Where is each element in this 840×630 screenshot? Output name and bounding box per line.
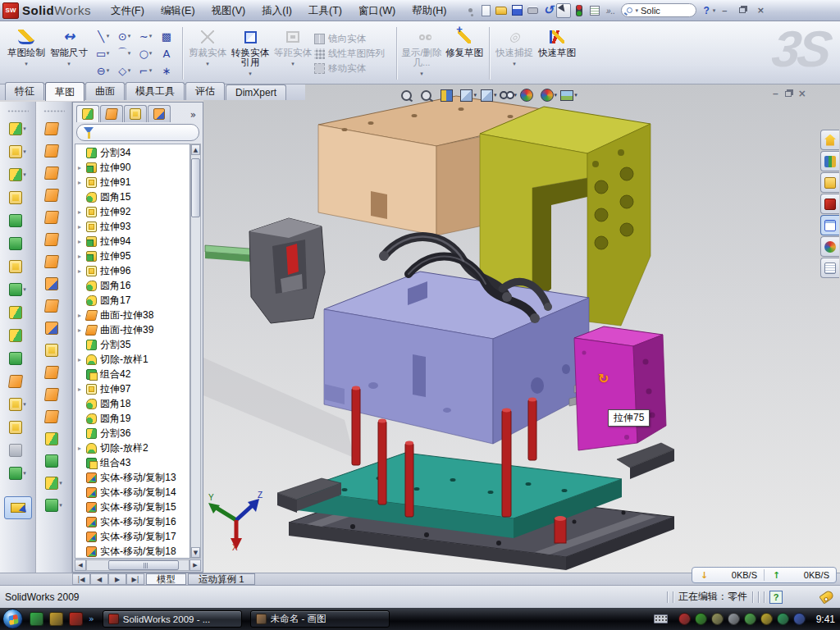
hud-button[interactable]: ▾ [459,88,477,103]
command-tab[interactable]: 评估 [185,82,225,100]
feature-tree-item[interactable]: ▸ 圆角15 [75,189,189,204]
quick-tips-button[interactable]: ? [769,591,783,604]
move-entities-button[interactable]: 移动实体 [314,62,393,75]
offset-entities-button[interactable]: 等距实体▾ [272,25,314,82]
nav-button[interactable]: |◀ [72,573,90,585]
scrollbar-thumb[interactable] [108,560,179,570]
task-pane-tab[interactable] [820,215,839,235]
menu-item[interactable]: 编辑(E) [153,0,203,21]
expand-arrow-icon[interactable]: ▸ [78,445,85,452]
toolbar-button[interactable]: ▾ [45,139,62,162]
start-button[interactable] [2,609,23,629]
panel-tab[interactable] [148,105,171,122]
expand-arrow-icon[interactable]: ▸ [78,208,85,216]
smart-dimension-button[interactable]: 智能尺寸▾ [48,25,90,82]
feature-tree-item[interactable]: ▸ 圆角17 [75,293,189,308]
tray-icon[interactable] [777,613,789,625]
quick-launch-chevron[interactable]: » [89,614,94,624]
close-button[interactable]: × [753,4,768,16]
nav-button[interactable]: ▶| [126,573,144,585]
toolbar-button[interactable]: ▾ [9,439,26,462]
feature-tree-item[interactable]: ▸ 实体-移动/复制17 [75,529,189,544]
toolbar-icon[interactable] [556,3,571,18]
toolbar-button[interactable]: ▾ [45,162,62,184]
convert-entities-button[interactable]: 转换实体引用▾ [229,25,272,82]
toolbar-button[interactable]: ▾ [45,427,62,450]
expand-arrow-icon[interactable]: ▸ [78,164,85,171]
help-button[interactable]: ? [700,5,712,16]
tray-icon[interactable] [793,613,806,625]
feature-tree-item[interactable]: ▸ 组合42 [75,367,189,381]
toolbar-icon[interactable] [494,3,509,18]
toolbar-button[interactable]: ▾ [9,347,26,370]
linear-pattern-button[interactable]: 线性草图阵列 [314,48,393,60]
feature-tree-item[interactable]: ▸ 切除-放样1 [75,352,189,367]
hud-button[interactable]: ▾ [439,88,457,103]
toolbar-button[interactable]: ▾ [45,206,62,228]
toolbar-button[interactable]: ▾ [45,383,62,405]
part-rail-right[interactable] [617,443,674,479]
feature-tree-item[interactable]: ▸ 拉伸93 [75,219,189,234]
feature-tree-item[interactable]: ▸ 拉伸94 [75,234,189,249]
feature-tree-item[interactable]: ▸ 圆角16 [75,278,189,293]
toolbar-icon[interactable] [603,3,618,18]
part-core-block[interactable] [324,272,597,444]
expand-arrow-icon[interactable]: ▸ [78,179,85,186]
toolbar-icon[interactable] [525,3,540,18]
toolbar-button[interactable]: ▾ [9,163,26,186]
taskbar-window-button[interactable]: 未命名 - 画图 [250,610,390,628]
panel-tab[interactable] [100,105,123,122]
toolbar-button[interactable]: ▾ [9,255,26,278]
task-pane-tab[interactable] [820,172,839,193]
tray-icon[interactable] [760,613,773,625]
tag-icon[interactable] [819,589,834,604]
sketch-tool-button[interactable]: ⊙ [113,28,135,45]
tree-vertical-scrollbar[interactable]: ▲ ▼ [190,144,201,559]
sketch-tool-button[interactable]: ⌒ [113,45,135,62]
toolbar-icon[interactable] [478,3,493,18]
feature-tree-item[interactable]: ▸ 圆角18 [75,396,189,411]
tree-horizontal-scrollbar[interactable]: ◀ ▶ [75,559,201,571]
minimize-button[interactable]: – [717,4,732,16]
toolbar-button[interactable]: ▾ [9,232,26,255]
toolbar-button[interactable]: ▾ [45,294,62,317]
command-tab[interactable]: DimXpert [226,84,286,100]
feature-tree-item[interactable]: ▸ 拉伸90 [75,160,189,175]
expand-arrow-icon[interactable]: ▸ [78,253,85,260]
part-stop-pin[interactable] [555,516,566,543]
expand-arrow-icon[interactable]: ▸ [78,326,85,334]
toolbar-button[interactable]: ▾ [9,186,26,209]
nav-button[interactable]: ◀ [90,573,108,585]
expand-arrow-icon[interactable]: ▸ [78,267,85,275]
search-input[interactable]: ▾ Solic [621,3,696,17]
scrollbar-thumb[interactable] [191,158,200,217]
tray-icon[interactable] [695,613,707,625]
feature-tree-item[interactable]: ▸ 分割35 [75,337,189,352]
command-tab[interactable]: 特征 [5,82,44,100]
panel-tab[interactable] [76,105,99,122]
quick-snaps-button[interactable]: 快速捕捉▾ [493,25,536,82]
hud-button[interactable]: ▾ [540,88,558,103]
feature-tree-item[interactable]: ▸ 拉伸96 [75,263,189,278]
restore-button[interactable] [735,4,750,16]
menu-item[interactable]: 帮助(H) [404,0,454,21]
feature-tree-item[interactable]: ▸ 拉伸95 [75,249,189,263]
tray-icon[interactable] [711,613,724,625]
menu-item[interactable]: 工具(T) [300,0,350,21]
feature-tree-item[interactable]: ▸ 圆角19 [75,411,189,426]
document-tab[interactable]: 模型 [146,573,186,585]
sketch-button[interactable]: 草图绘制▾ [5,25,48,82]
doc-restore-button[interactable] [785,88,792,99]
feature-tree-item[interactable]: ▸ 拉伸91 [75,175,189,189]
toolbar-button[interactable]: ▾ [45,272,62,294]
toolbar-button[interactable]: ▾ [9,140,26,163]
menu-item[interactable]: 窗口(W) [350,0,404,21]
toolbar-icon[interactable] [572,3,587,18]
toolbar-button[interactable]: ▾ [45,472,62,494]
toolbar-button[interactable]: ▾ [9,462,26,485]
feature-tree-item[interactable]: ▸ 拉伸92 [75,204,189,219]
expand-arrow-icon[interactable]: ▸ [78,386,85,393]
feature-tree-item[interactable]: ▸ 实体-移动/复制15 [75,500,189,514]
sketch-tool-button[interactable]: A [156,45,177,62]
task-pane-tab[interactable] [820,194,839,214]
